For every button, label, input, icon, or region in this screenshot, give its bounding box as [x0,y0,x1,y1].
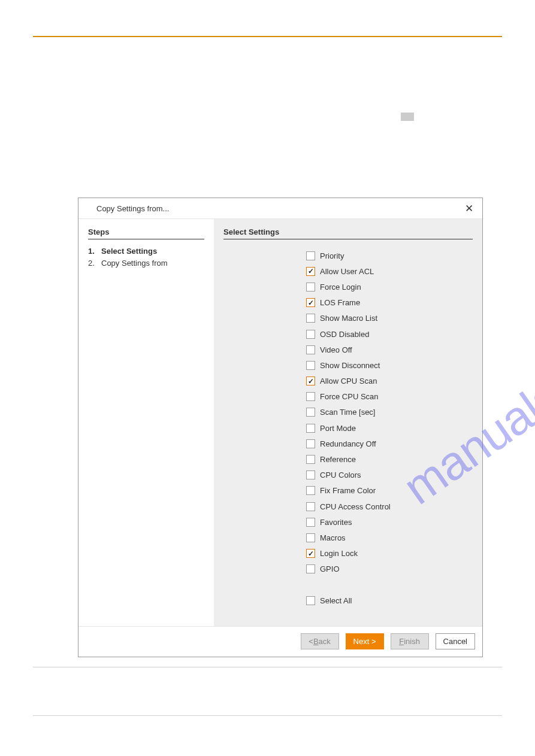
option-row-port-mode: ✓Port Mode [306,420,473,436]
option-row-force-cpu-scan: ✓Force CPU Scan [306,389,473,405]
option-row-select-all: ✓Select All [306,593,473,608]
checkmark-icon: ✓ [308,299,314,306]
next-button[interactable]: Next > [346,633,384,649]
option-row-favorites: ✓Favorites [306,514,473,530]
checkbox-force-login[interactable]: ✓ [306,283,315,292]
option-row-macros: ✓Macros [306,530,473,545]
step-item: 1.Select Settings [88,245,204,257]
option-row-reference: ✓Reference [306,451,473,467]
checkbox-osd-disabled[interactable]: ✓ [306,330,315,339]
option-row-show-macro-list: ✓Show Macro List [306,311,473,326]
checkbox-priority[interactable]: ✓ [306,251,315,260]
checkmark-icon: ✓ [308,268,314,275]
checkbox-show-macro-list[interactable]: ✓ [306,314,315,323]
option-label: Macros [320,533,346,542]
finish-rest: inish [404,637,420,646]
option-label: CPU Colors [320,470,361,479]
checkbox-cpu-colors[interactable]: ✓ [306,470,315,479]
settings-checkbox-list: ✓Priority✓Allow User ACL✓Force Login✓LOS… [306,248,473,608]
checkbox-reference[interactable]: ✓ [306,455,315,464]
checkbox-los-frame[interactable]: ✓ [306,298,315,307]
checkmark-icon: ✓ [308,550,314,557]
checkbox-select-all[interactable]: ✓ [306,596,315,605]
separator-line-1 [33,667,502,667]
option-label: Allow User ACL [320,267,374,276]
dialog-titlebar: Copy Settings from... ✕ [78,198,482,219]
checkbox-favorites[interactable]: ✓ [306,518,315,527]
option-row-scan-time-sec: ✓Scan Time [sec] [306,405,473,420]
settings-panel: Select Settings ✓Priority✓Allow User ACL… [214,219,482,626]
checkbox-video-off[interactable]: ✓ [306,345,315,354]
option-label: Select All [320,596,352,605]
back-rest: ack [319,637,331,646]
spacer [306,577,473,593]
option-label: GPIO [320,564,340,573]
separator-line-2 [33,715,502,716]
option-label: Port Mode [320,424,356,433]
option-row-show-disconnect: ✓Show Disconnect [306,357,473,373]
option-label: Login Lock [320,549,358,558]
option-label: Video Off [320,345,352,354]
option-row-allow-cpu-scan: ✓Allow CPU Scan [306,374,473,389]
checkbox-allow-user-acl[interactable]: ✓ [306,267,315,276]
gray-box-decoration [401,113,414,121]
steps-heading: Steps [88,227,204,239]
option-row-video-off: ✓Video Off [306,342,473,357]
option-row-force-login: ✓Force Login [306,279,473,294]
back-prefix: < [309,637,313,646]
option-label: Redundancy Off [320,439,376,448]
step-number: 1. [88,245,101,257]
option-label: Favorites [320,518,352,527]
settings-heading: Select Settings [223,227,473,239]
checkbox-redundancy-off[interactable]: ✓ [306,439,315,448]
option-row-allow-user-acl: ✓Allow User ACL [306,263,473,279]
option-label: Allow CPU Scan [320,377,377,385]
dialog-title: Copy Settings from... [96,204,169,213]
option-row-gpio: ✓GPIO [306,561,473,577]
option-label: Show Macro List [320,314,377,323]
option-label: Force CPU Scan [320,392,379,401]
option-row-redundancy-off: ✓Redundancy Off [306,436,473,451]
option-label: Fix Frame Color [320,486,376,495]
steps-list: 1.Select Settings2.Copy Settings from [88,245,204,269]
option-label: CPU Access Control [320,502,391,511]
steps-panel: Steps 1.Select Settings2.Copy Settings f… [78,219,214,626]
finish-button[interactable]: Finish [391,633,429,649]
option-row-fix-frame-color: ✓Fix Frame Color [306,483,473,499]
step-number: 2. [88,257,101,269]
step-label: Copy Settings from [101,257,168,269]
checkbox-cpu-access-control[interactable]: ✓ [306,502,315,511]
cancel-button[interactable]: Cancel [436,633,475,649]
dialog-body: Steps 1.Select Settings2.Copy Settings f… [78,219,482,626]
finish-mnemonic: F [399,637,404,646]
option-label: Reference [320,455,356,464]
back-button[interactable]: < Back [301,633,339,649]
option-row-priority: ✓Priority [306,248,473,263]
step-item: 2.Copy Settings from [88,257,204,269]
checkbox-fix-frame-color[interactable]: ✓ [306,486,315,495]
top-rule [33,36,502,37]
option-label: Force Login [320,283,361,292]
option-row-los-frame: ✓LOS Frame [306,295,473,311]
checkbox-login-lock[interactable]: ✓ [306,549,315,558]
option-row-osd-disabled: ✓OSD Disabled [306,326,473,342]
checkbox-force-cpu-scan[interactable]: ✓ [306,392,315,401]
option-row-login-lock: ✓Login Lock [306,546,473,561]
option-row-cpu-colors: ✓CPU Colors [306,467,473,483]
option-label: Priority [320,251,344,260]
checkbox-macros[interactable]: ✓ [306,533,315,542]
checkbox-allow-cpu-scan[interactable]: ✓ [306,377,315,385]
option-row-cpu-access-control: ✓CPU Access Control [306,499,473,514]
option-label: OSD Disabled [320,330,369,339]
back-mnemonic: B [313,637,319,646]
step-label: Select Settings [101,245,157,257]
option-label: LOS Frame [320,298,360,307]
checkbox-gpio[interactable]: ✓ [306,564,315,573]
checkbox-show-disconnect[interactable]: ✓ [306,361,315,370]
close-icon[interactable]: ✕ [465,204,473,214]
option-label: Scan Time [sec] [320,408,375,417]
checkbox-scan-time-sec[interactable]: ✓ [306,408,315,417]
dialog-footer: < Back Next > Finish Cancel [78,626,482,657]
copy-settings-dialog: Copy Settings from... ✕ Steps 1.Select S… [78,198,483,657]
checkbox-port-mode[interactable]: ✓ [306,424,315,433]
